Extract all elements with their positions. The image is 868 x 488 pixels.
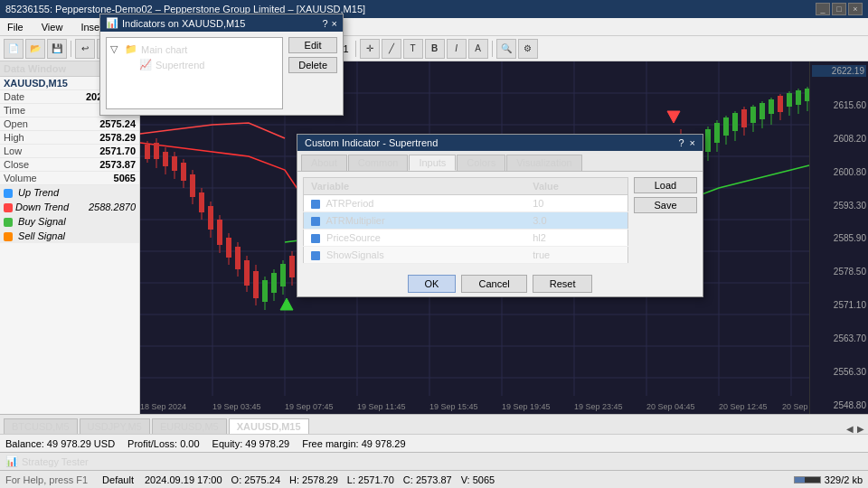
save-btn[interactable]: 💾 (47, 39, 67, 59)
status-volume: V: 5065 (461, 474, 495, 485)
tree-supertrend[interactable]: 📈 Supertrend (110, 57, 278, 72)
ci-var-atrperiod: ATRPeriod (304, 195, 526, 212)
svg-rect-46 (262, 280, 268, 302)
status-low: L: 2571.70 (347, 474, 394, 485)
svg-text:20 Sep 16:45: 20 Sep 16:45 (782, 402, 809, 411)
indicators-help-icon[interactable]: ? (322, 18, 327, 29)
italic-btn[interactable]: I (447, 39, 467, 59)
indicators-dialog[interactable]: 📊 Indicators on XAUUSD,M15 ? × ▽ 📁 Main … (99, 14, 344, 116)
indicators-tree: ▽ 📁 Main chart 📈 Supertrend (106, 37, 283, 109)
svg-rect-32 (199, 192, 204, 212)
ci-help-icon[interactable]: ? (678, 137, 684, 148)
ci-col-value: Value (525, 178, 627, 195)
open-btn[interactable]: 📂 (25, 39, 45, 59)
cancel-button[interactable]: Cancel (461, 275, 526, 293)
undo-btn[interactable]: ↩ (75, 39, 95, 59)
dw-buy-signal[interactable]: Buy Signal (0, 214, 139, 229)
svg-text:19 Sep 11:45: 19 Sep 11:45 (357, 402, 406, 411)
svg-text:19 Sep 23:45: 19 Sep 23:45 (574, 402, 623, 411)
svg-text:19 Sep 15:45: 19 Sep 15:45 (429, 402, 478, 411)
ci-tab-inputs[interactable]: Inputs (409, 155, 456, 171)
menu-file[interactable]: File (4, 22, 27, 33)
edit-button[interactable]: Edit (288, 37, 337, 53)
menu-view[interactable]: View (38, 22, 67, 33)
line-btn[interactable]: ╱ (382, 39, 401, 59)
status-pl: Profit/Loss: 0.00 (127, 438, 200, 449)
dw-sell-signal[interactable]: Sell Signal (0, 229, 139, 243)
svg-rect-30 (190, 174, 195, 197)
ci-bottom-actions: OK Cancel Reset (297, 269, 703, 296)
strategy-tester-label[interactable]: Strategy Tester (22, 456, 89, 467)
bottom-tabs: BTCUSD,M5 USDJPY,M5 EURUSD,M5 XAUUSD,M15… (0, 414, 868, 434)
price-label-1: 2615.60 (812, 100, 866, 110)
svg-rect-22 (154, 143, 159, 159)
indicators-actions: Edit Delete (288, 37, 337, 109)
load-button[interactable]: Load (634, 177, 697, 193)
price-label-8: 2563.70 (812, 333, 866, 343)
custom-indicator-dialog[interactable]: Custom Indicator - Supertrend ? × About … (297, 134, 703, 297)
svg-rect-52 (289, 256, 295, 277)
ci-tab-common[interactable]: Common (348, 155, 409, 171)
tab-nav-right[interactable]: ▶ (857, 424, 864, 434)
text-btn[interactable]: T (403, 39, 423, 59)
ci-tab-about[interactable]: About (301, 155, 347, 171)
ci-row-atrperiod[interactable]: ATRPeriod 10 (304, 195, 628, 212)
status-datetime: 2024.09.19 17:00 (145, 474, 222, 485)
textsize-btn[interactable]: A (468, 39, 488, 59)
tree-expand-icon[interactable]: ▽ (110, 43, 121, 55)
minimize-btn[interactable]: _ (816, 3, 830, 15)
svg-rect-36 (217, 220, 222, 245)
svg-rect-166 (805, 89, 809, 101)
ci-tab-colors[interactable]: Colors (457, 155, 505, 171)
tab-eurusd[interactable]: EURUSD,M5 (152, 418, 227, 434)
tab-nav-left[interactable]: ◀ (846, 424, 854, 434)
svg-rect-152 (741, 109, 747, 127)
price-label-5: 2585.90 (812, 233, 866, 243)
indicators-dialog-icon: 📊 (106, 17, 118, 29)
tree-main-chart[interactable]: ▽ 📁 Main chart (110, 42, 278, 57)
tab-xauusd[interactable]: XAUUSD,M15 (229, 418, 309, 434)
strategy-tester-icon: 📊 (5, 455, 18, 467)
svg-rect-20 (145, 145, 150, 159)
memory-bar (794, 476, 821, 483)
ci-row-atrmultiplier[interactable]: ATRMultiplier 3.0 (304, 212, 628, 230)
bold-btn[interactable]: B (425, 39, 445, 59)
svg-rect-34 (208, 206, 213, 230)
settings-btn[interactable]: ⚙ (518, 39, 538, 59)
svg-rect-38 (226, 238, 231, 258)
status-symbol: Default (102, 474, 134, 485)
reset-button[interactable]: Reset (533, 275, 593, 293)
search-btn[interactable]: 🔍 (496, 39, 516, 59)
tab-usdjpy[interactable]: USDJPY,M5 (80, 418, 150, 434)
dw-up-trend[interactable]: Up Trend (0, 185, 139, 200)
svg-rect-148 (723, 117, 729, 136)
ci-close-btn[interactable]: × (690, 137, 695, 148)
price-label-7: 2571.10 (812, 300, 866, 310)
svg-text:20 Sep 12:45: 20 Sep 12:45 (719, 402, 768, 411)
close-btn[interactable]: × (848, 3, 863, 15)
ci-row-showsignals[interactable]: ShowSignals true (304, 247, 628, 264)
ok-button[interactable]: OK (408, 275, 457, 293)
maximize-btn[interactable]: □ (832, 3, 846, 15)
status-open: O: 2575.24 (231, 474, 280, 485)
ci-body: Variable Value ATRPeriod 10 (297, 172, 703, 269)
dw-volume-row: Volume 5065 (0, 172, 139, 185)
svg-rect-42 (244, 260, 250, 286)
indicators-body: ▽ 📁 Main chart 📈 Supertrend Edit Delete (100, 32, 343, 115)
ci-val-pricesource: hl2 (525, 230, 627, 247)
ci-row-pricesource[interactable]: PriceSource hl2 (304, 230, 628, 247)
svg-marker-168 (667, 111, 680, 123)
svg-rect-162 (787, 93, 792, 107)
dw-down-trend[interactable]: Down Trend 2588.2870 (0, 200, 139, 214)
svg-rect-144 (705, 129, 711, 152)
crosshair-btn[interactable]: ✛ (360, 39, 380, 59)
indicators-close-btn[interactable]: × (332, 18, 337, 29)
ci-tabs: About Common Inputs Colors Visualization (297, 151, 703, 172)
save-button[interactable]: Save (634, 197, 697, 213)
ci-tab-visualization[interactable]: Visualization (506, 155, 582, 171)
data-window-title: Data Window (4, 63, 66, 74)
tab-btcusd[interactable]: BTCUSD,M5 (4, 418, 78, 434)
delete-button[interactable]: Delete (288, 57, 337, 73)
svg-rect-28 (181, 163, 186, 181)
new-btn[interactable]: 📄 (4, 39, 24, 59)
